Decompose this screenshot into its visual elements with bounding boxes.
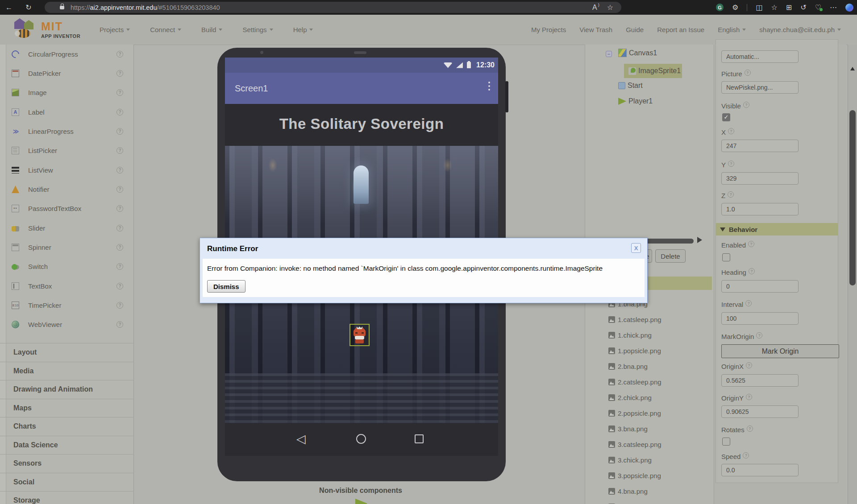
more-menu-icon[interactable]: ⋯ xyxy=(830,3,837,12)
browser-refresh-icon[interactable]: ↻ xyxy=(22,3,35,12)
interval-field[interactable] xyxy=(721,312,799,325)
help-icon[interactable]: ? xyxy=(116,205,123,212)
help-icon[interactable]: ? xyxy=(116,51,123,58)
page-scrollbar[interactable] xyxy=(848,45,857,504)
palette-item-datepicker[interactable]: DatePicker? xyxy=(6,64,134,83)
help-icon[interactable]: ? xyxy=(116,128,123,135)
link-report-an-issue[interactable]: Report an Issue xyxy=(657,26,704,33)
link-view-trash[interactable]: View Trash xyxy=(579,26,612,33)
help-icon[interactable]: ? xyxy=(743,102,749,108)
help-icon[interactable]: ? xyxy=(116,167,123,174)
menu-build[interactable]: Build xyxy=(201,26,222,33)
help-icon[interactable]: ? xyxy=(748,241,754,247)
help-icon[interactable]: ? xyxy=(116,321,123,328)
picture-field[interactable] xyxy=(721,81,799,94)
dismiss-button[interactable]: Dismiss xyxy=(207,280,245,293)
palette-section-maps[interactable]: Maps xyxy=(0,399,134,417)
palette-item-linearprogress[interactable]: ≫LinearProgress? xyxy=(6,122,134,141)
help-icon[interactable]: ? xyxy=(746,362,752,368)
heading-field[interactable] xyxy=(721,280,799,293)
media-file-item[interactable]: 1.chick.png xyxy=(608,327,652,343)
originx-field[interactable] xyxy=(721,374,799,387)
delete-button[interactable]: Delete xyxy=(655,249,686,263)
originy-field[interactable] xyxy=(721,405,799,418)
behavior-section-header[interactable]: Behavior xyxy=(716,223,838,235)
mit-app-inventor-logo-icon[interactable] xyxy=(11,17,39,42)
mark-origin-button[interactable]: Mark Origin xyxy=(721,344,839,358)
media-file-item[interactable]: 1.popsicle.png xyxy=(608,343,661,359)
help-icon[interactable]: ? xyxy=(116,244,123,251)
visible-checkbox[interactable]: ✓ xyxy=(722,113,730,121)
help-icon[interactable]: ? xyxy=(728,161,734,167)
favorite-star-icon[interactable]: ☆ xyxy=(607,3,613,12)
speed-field[interactable] xyxy=(721,464,799,476)
collapse-icon[interactable]: − xyxy=(606,51,612,57)
media-file-item[interactable]: 1.catsleep.png xyxy=(608,312,661,327)
palette-item-switch[interactable]: Switch? xyxy=(6,257,134,276)
palette-item-timepicker[interactable]: 8:10TimePicker? xyxy=(6,296,134,315)
account-menu[interactable]: shayne.chua@ciit.edu.ph xyxy=(759,26,841,33)
collections-icon[interactable]: ⊞ xyxy=(786,3,792,12)
help-icon[interactable]: ? xyxy=(116,302,123,309)
link-guide[interactable]: Guide xyxy=(626,26,644,33)
help-icon[interactable]: ? xyxy=(745,70,751,76)
rotates-checkbox[interactable] xyxy=(722,438,730,446)
tree-item-imagesprite1-selected[interactable]: ImageSprite1 xyxy=(624,64,682,78)
help-icon[interactable]: ? xyxy=(728,191,734,198)
height-select[interactable] xyxy=(721,50,799,63)
palette-section-storage[interactable]: Storage xyxy=(0,491,134,504)
palette-section-social[interactable]: Social xyxy=(0,473,134,492)
palette-item-slider[interactable]: Slider? xyxy=(6,219,134,238)
scroll-up-arrow-icon[interactable] xyxy=(850,67,855,70)
media-file-item[interactable]: 2.popsicle.png xyxy=(608,405,661,421)
help-icon[interactable]: ? xyxy=(116,225,123,231)
browser-back-icon[interactable]: ← xyxy=(3,4,15,12)
help-icon[interactable]: ? xyxy=(743,452,749,459)
page-url[interactable]: https://ai2.appinventor.mit.edu/#5106159… xyxy=(71,4,592,11)
palette-item-circularprogress[interactable]: CircularProgress? xyxy=(6,45,134,64)
palette-section-charts[interactable]: Charts xyxy=(0,417,134,436)
menu-settings[interactable]: Settings xyxy=(242,26,273,33)
link-my-projects[interactable]: My Projects xyxy=(531,26,566,33)
palette-section-sensors[interactable]: Sensors xyxy=(0,454,134,473)
help-icon[interactable]: ? xyxy=(728,128,734,134)
palette-item-listview[interactable]: ListView? xyxy=(6,161,134,180)
tree-item-start[interactable]: Start xyxy=(618,82,643,90)
z-field[interactable] xyxy=(721,203,799,215)
scrollbar-thumb[interactable] xyxy=(849,110,856,285)
media-file-item[interactable]: 2.bna.png xyxy=(608,359,648,374)
palette-section-drawing-and-animation[interactable]: Drawing and Animation xyxy=(0,380,134,399)
player-component-icon[interactable] xyxy=(355,499,367,504)
media-file-item[interactable]: 3.chick.png xyxy=(608,452,652,468)
extensions-icon[interactable]: ⚙ xyxy=(732,3,738,12)
help-icon[interactable]: ? xyxy=(747,426,753,432)
close-icon[interactable]: X xyxy=(631,243,641,253)
grammarly-icon[interactable]: G xyxy=(716,4,724,11)
help-icon[interactable]: ? xyxy=(749,268,755,274)
help-icon[interactable]: ? xyxy=(116,109,123,116)
palette-item-listpicker[interactable]: ListPicker? xyxy=(6,141,134,160)
palette-item-spinner[interactable]: Spinner? xyxy=(6,238,134,257)
split-screen-icon[interactable]: ◫ xyxy=(756,3,762,12)
palette-section-layout[interactable]: Layout xyxy=(0,343,134,362)
lock-icon[interactable] xyxy=(60,6,64,9)
read-aloud-icon[interactable]: A xyxy=(592,4,597,12)
help-icon[interactable]: ? xyxy=(116,89,123,96)
help-icon[interactable]: ? xyxy=(116,283,123,289)
copilot-icon[interactable] xyxy=(845,4,853,12)
media-file-item[interactable]: 3.bna.png xyxy=(608,421,648,437)
palette-item-textbox[interactable]: TextBox? xyxy=(6,277,134,296)
image-sprite-selected[interactable] xyxy=(349,324,370,346)
tree-collapse-toggle[interactable]: − xyxy=(606,51,612,57)
help-icon[interactable]: ? xyxy=(756,332,762,339)
palette-section-data-science[interactable]: Data Science xyxy=(0,436,134,454)
media-file-item[interactable]: 3.catsleep.png xyxy=(608,437,661,452)
palette-item-passwordtextbox[interactable]: ••PasswordTextBox? xyxy=(6,199,134,218)
menu-projects[interactable]: Projects xyxy=(100,26,130,33)
menu-help[interactable]: Help xyxy=(293,26,313,33)
palette-section-media[interactable]: Media xyxy=(0,362,134,380)
media-file-item[interactable]: 4.catsleep.png xyxy=(608,499,661,504)
language-selector[interactable]: English xyxy=(718,26,746,33)
favorites-bar-icon[interactable]: ☆ xyxy=(771,3,778,12)
media-file-item[interactable]: 2.chick.png xyxy=(608,390,652,405)
